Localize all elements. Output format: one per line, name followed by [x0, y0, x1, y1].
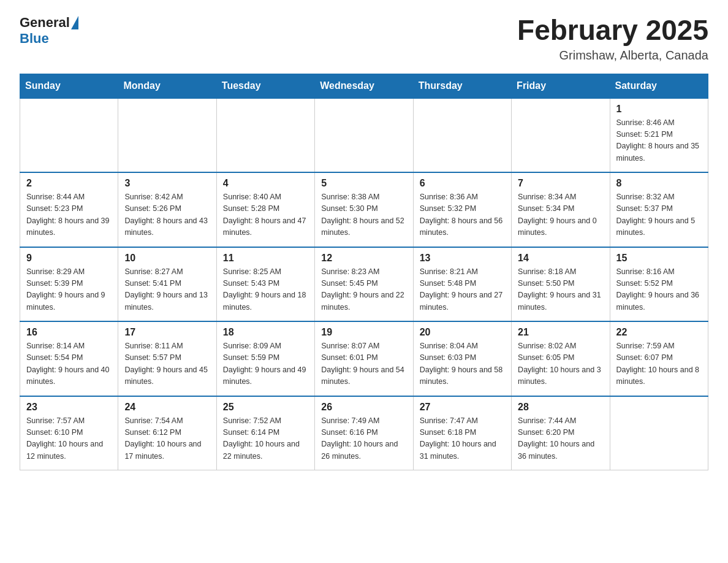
calendar-week-row: 2Sunrise: 8:44 AMSunset: 5:23 PMDaylight… [20, 172, 708, 247]
calendar-week-row: 23Sunrise: 7:57 AMSunset: 6:10 PMDayligh… [20, 396, 708, 470]
day-info: Sunrise: 8:04 AMSunset: 6:03 PMDaylight:… [420, 340, 505, 388]
day-info: Sunrise: 8:14 AMSunset: 5:54 PMDaylight:… [26, 340, 112, 388]
month-title: February 2025 [517, 15, 708, 46]
calendar-day-cell: 24Sunrise: 7:54 AMSunset: 6:12 PMDayligh… [118, 396, 216, 470]
calendar-day-cell: 13Sunrise: 8:21 AMSunset: 5:48 PMDayligh… [413, 247, 511, 322]
logo: General Blue [20, 15, 80, 47]
calendar-day-cell: 28Sunrise: 7:44 AMSunset: 6:20 PMDayligh… [512, 396, 610, 470]
calendar-day-cell: 15Sunrise: 8:16 AMSunset: 5:52 PMDayligh… [610, 247, 708, 322]
calendar-day-cell: 11Sunrise: 8:25 AMSunset: 5:43 PMDayligh… [216, 247, 314, 322]
calendar-day-cell: 20Sunrise: 8:04 AMSunset: 6:03 PMDayligh… [413, 321, 511, 396]
calendar-day-cell: 16Sunrise: 8:14 AMSunset: 5:54 PMDayligh… [20, 321, 118, 396]
calendar-day-cell: 8Sunrise: 8:32 AMSunset: 5:37 PMDaylight… [610, 172, 708, 247]
day-info: Sunrise: 7:52 AMSunset: 6:14 PMDaylight:… [223, 415, 308, 463]
day-info: Sunrise: 7:49 AMSunset: 6:16 PMDaylight:… [321, 415, 406, 463]
day-number: 25 [223, 402, 308, 413]
day-number: 8 [616, 178, 702, 189]
calendar-day-cell: 22Sunrise: 7:59 AMSunset: 6:07 PMDayligh… [610, 321, 708, 396]
day-number: 11 [223, 253, 308, 264]
day-info: Sunrise: 8:11 AMSunset: 5:57 PMDaylight:… [124, 340, 210, 388]
calendar-weekday-header: Thursday [413, 74, 511, 98]
calendar-weekday-header: Sunday [20, 74, 118, 98]
calendar-day-cell [610, 396, 708, 470]
day-info: Sunrise: 8:34 AMSunset: 5:34 PMDaylight:… [518, 191, 603, 239]
day-info: Sunrise: 7:59 AMSunset: 6:07 PMDaylight:… [616, 340, 702, 388]
day-number: 22 [616, 327, 702, 338]
logo-triangle-icon [71, 16, 78, 29]
calendar-day-cell: 19Sunrise: 8:07 AMSunset: 6:01 PMDayligh… [315, 321, 413, 396]
day-number: 7 [518, 178, 603, 189]
day-number: 13 [420, 253, 505, 264]
day-number: 24 [124, 402, 210, 413]
logo-blue-text: Blue [20, 31, 49, 46]
day-number: 18 [223, 327, 308, 338]
calendar-day-cell: 1Sunrise: 8:46 AMSunset: 5:21 PMDaylight… [610, 98, 708, 173]
day-number: 27 [420, 402, 505, 413]
day-number: 14 [518, 253, 603, 264]
day-number: 28 [518, 402, 603, 413]
day-info: Sunrise: 8:40 AMSunset: 5:28 PMDaylight:… [223, 191, 308, 239]
calendar-week-row: 16Sunrise: 8:14 AMSunset: 5:54 PMDayligh… [20, 321, 708, 396]
calendar-day-cell: 12Sunrise: 8:23 AMSunset: 5:45 PMDayligh… [315, 247, 413, 322]
day-number: 15 [616, 253, 702, 264]
calendar-weekday-header: Wednesday [315, 74, 413, 98]
calendar-weekday-header: Saturday [610, 74, 708, 98]
calendar-day-cell [20, 98, 118, 173]
calendar-day-cell: 2Sunrise: 8:44 AMSunset: 5:23 PMDaylight… [20, 172, 118, 247]
day-info: Sunrise: 8:27 AMSunset: 5:41 PMDaylight:… [124, 266, 210, 314]
calendar-weekday-header: Friday [512, 74, 610, 98]
day-number: 9 [26, 253, 112, 264]
day-number: 20 [420, 327, 505, 338]
day-number: 19 [321, 327, 406, 338]
day-number: 10 [124, 253, 210, 264]
calendar-day-cell: 3Sunrise: 8:42 AMSunset: 5:26 PMDaylight… [118, 172, 216, 247]
day-info: Sunrise: 8:09 AMSunset: 5:59 PMDaylight:… [223, 340, 308, 388]
calendar-day-cell: 26Sunrise: 7:49 AMSunset: 6:16 PMDayligh… [315, 396, 413, 470]
calendar-header-row: SundayMondayTuesdayWednesdayThursdayFrid… [20, 74, 708, 98]
day-info: Sunrise: 7:47 AMSunset: 6:18 PMDaylight:… [420, 415, 505, 463]
day-info: Sunrise: 8:44 AMSunset: 5:23 PMDaylight:… [26, 191, 112, 239]
day-info: Sunrise: 8:21 AMSunset: 5:48 PMDaylight:… [420, 266, 505, 314]
calendar-day-cell: 9Sunrise: 8:29 AMSunset: 5:39 PMDaylight… [20, 247, 118, 322]
day-number: 23 [26, 402, 112, 413]
calendar-day-cell: 18Sunrise: 8:09 AMSunset: 5:59 PMDayligh… [216, 321, 314, 396]
day-info: Sunrise: 7:44 AMSunset: 6:20 PMDaylight:… [518, 415, 603, 463]
calendar-day-cell: 27Sunrise: 7:47 AMSunset: 6:18 PMDayligh… [413, 396, 511, 470]
day-info: Sunrise: 8:16 AMSunset: 5:52 PMDaylight:… [616, 266, 702, 314]
day-number: 17 [124, 327, 210, 338]
calendar-day-cell: 10Sunrise: 8:27 AMSunset: 5:41 PMDayligh… [118, 247, 216, 322]
calendar-day-cell: 5Sunrise: 8:38 AMSunset: 5:30 PMDaylight… [315, 172, 413, 247]
day-info: Sunrise: 8:46 AMSunset: 5:21 PMDaylight:… [616, 117, 702, 165]
calendar-weekday-header: Monday [118, 74, 216, 98]
day-info: Sunrise: 8:18 AMSunset: 5:50 PMDaylight:… [518, 266, 603, 314]
day-info: Sunrise: 8:02 AMSunset: 6:05 PMDaylight:… [518, 340, 603, 388]
calendar-week-row: 1Sunrise: 8:46 AMSunset: 5:21 PMDaylight… [20, 98, 708, 173]
day-number: 6 [420, 178, 505, 189]
calendar-day-cell: 23Sunrise: 7:57 AMSunset: 6:10 PMDayligh… [20, 396, 118, 470]
day-number: 26 [321, 402, 406, 413]
day-number: 3 [124, 178, 210, 189]
day-info: Sunrise: 7:54 AMSunset: 6:12 PMDaylight:… [124, 415, 210, 463]
day-number: 12 [321, 253, 406, 264]
day-info: Sunrise: 8:23 AMSunset: 5:45 PMDaylight:… [321, 266, 406, 314]
calendar-day-cell: 6Sunrise: 8:36 AMSunset: 5:32 PMDaylight… [413, 172, 511, 247]
calendar-day-cell: 14Sunrise: 8:18 AMSunset: 5:50 PMDayligh… [512, 247, 610, 322]
day-number: 21 [518, 327, 603, 338]
calendar-day-cell [512, 98, 610, 173]
calendar-day-cell: 17Sunrise: 8:11 AMSunset: 5:57 PMDayligh… [118, 321, 216, 396]
calendar-day-cell: 4Sunrise: 8:40 AMSunset: 5:28 PMDaylight… [216, 172, 314, 247]
day-info: Sunrise: 7:57 AMSunset: 6:10 PMDaylight:… [26, 415, 112, 463]
calendar-table: SundayMondayTuesdayWednesdayThursdayFrid… [20, 74, 708, 471]
day-info: Sunrise: 8:25 AMSunset: 5:43 PMDaylight:… [223, 266, 308, 314]
location-text: Grimshaw, Alberta, Canada [517, 48, 708, 63]
calendar-day-cell: 25Sunrise: 7:52 AMSunset: 6:14 PMDayligh… [216, 396, 314, 470]
calendar-day-cell: 21Sunrise: 8:02 AMSunset: 6:05 PMDayligh… [512, 321, 610, 396]
day-info: Sunrise: 8:42 AMSunset: 5:26 PMDaylight:… [124, 191, 210, 239]
day-number: 4 [223, 178, 308, 189]
calendar-day-cell [216, 98, 314, 173]
calendar-weekday-header: Tuesday [216, 74, 314, 98]
day-number: 16 [26, 327, 112, 338]
title-block: February 2025 Grimshaw, Alberta, Canada [517, 15, 708, 63]
day-info: Sunrise: 8:36 AMSunset: 5:32 PMDaylight:… [420, 191, 505, 239]
logo-general-text: General [20, 15, 70, 31]
